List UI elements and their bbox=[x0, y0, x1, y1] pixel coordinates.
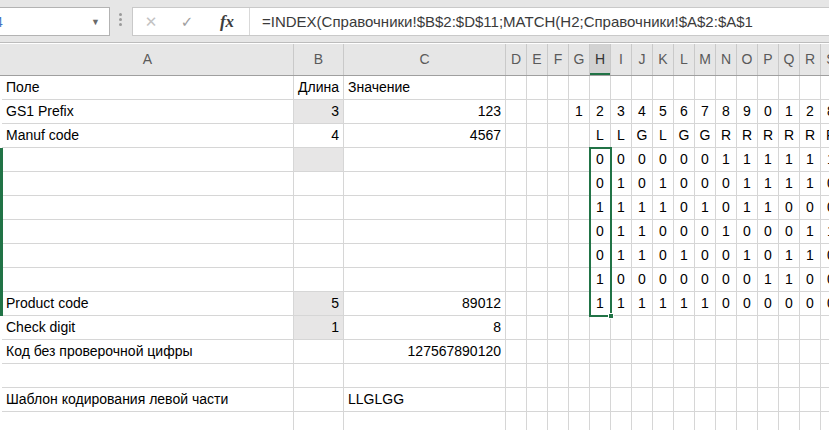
cell-G9[interactable] bbox=[569, 268, 590, 292]
cell-D15[interactable] bbox=[506, 412, 527, 430]
cell-E11[interactable] bbox=[527, 316, 548, 340]
cell-H14[interactable] bbox=[590, 388, 611, 412]
cell-B3[interactable]: 4 bbox=[294, 124, 344, 148]
cell-H13[interactable] bbox=[590, 364, 611, 388]
cell-B8[interactable] bbox=[294, 244, 344, 268]
cell-O5[interactable]: 1 bbox=[737, 172, 758, 196]
cell-I2[interactable]: 3 bbox=[611, 100, 632, 124]
cell-R14[interactable] bbox=[800, 388, 821, 412]
cell-H8[interactable]: 0 bbox=[590, 244, 611, 268]
cell-J13[interactable] bbox=[632, 364, 653, 388]
column-header-O[interactable]: O bbox=[737, 44, 758, 75]
cell-K6[interactable]: 1 bbox=[653, 196, 674, 220]
cell-M1[interactable] bbox=[695, 76, 716, 100]
cell-G5[interactable] bbox=[569, 172, 590, 196]
cell-F1[interactable] bbox=[548, 76, 569, 100]
cell-R3[interactable]: R bbox=[800, 124, 821, 148]
cell-S14[interactable] bbox=[821, 388, 829, 412]
cell-I7[interactable]: 1 bbox=[611, 220, 632, 244]
cell-N13[interactable] bbox=[716, 364, 737, 388]
cell-C2[interactable]: 123 bbox=[344, 100, 506, 124]
cell-J9[interactable]: 0 bbox=[632, 268, 653, 292]
cell-A4[interactable] bbox=[2, 148, 294, 172]
cell-O3[interactable]: R bbox=[737, 124, 758, 148]
cell-P8[interactable]: 0 bbox=[758, 244, 779, 268]
cell-M6[interactable]: 1 bbox=[695, 196, 716, 220]
cell-H11[interactable] bbox=[590, 316, 611, 340]
cell-S3[interactable]: R bbox=[821, 124, 829, 148]
cell-E1[interactable] bbox=[527, 76, 548, 100]
column-header-R[interactable]: R bbox=[800, 44, 821, 75]
cell-P12[interactable] bbox=[758, 340, 779, 364]
cell-M3[interactable]: G bbox=[695, 124, 716, 148]
cell-E4[interactable] bbox=[527, 148, 548, 172]
cell-C5[interactable] bbox=[344, 172, 506, 196]
cell-F15[interactable] bbox=[548, 412, 569, 430]
cell-N12[interactable] bbox=[716, 340, 737, 364]
cell-Q4[interactable]: 1 bbox=[779, 148, 800, 172]
cell-B9[interactable] bbox=[294, 268, 344, 292]
cell-M10[interactable]: 1 bbox=[695, 292, 716, 316]
cell-O4[interactable]: 1 bbox=[737, 148, 758, 172]
cell-B7[interactable] bbox=[294, 220, 344, 244]
cell-R5[interactable]: 1 bbox=[800, 172, 821, 196]
cell-P13[interactable] bbox=[758, 364, 779, 388]
cell-J14[interactable] bbox=[632, 388, 653, 412]
cell-O9[interactable]: 0 bbox=[737, 268, 758, 292]
column-header-H[interactable]: H bbox=[590, 44, 611, 75]
cell-G3[interactable] bbox=[569, 124, 590, 148]
cell-O13[interactable] bbox=[737, 364, 758, 388]
cell-J4[interactable]: 0 bbox=[632, 148, 653, 172]
cell-R9[interactable]: 0 bbox=[800, 268, 821, 292]
cell-F10[interactable] bbox=[548, 292, 569, 316]
cell-S11[interactable] bbox=[821, 316, 829, 340]
cell-S6[interactable]: 0 bbox=[821, 196, 829, 220]
cell-D3[interactable] bbox=[506, 124, 527, 148]
cell-C8[interactable] bbox=[344, 244, 506, 268]
cell-Q8[interactable]: 1 bbox=[779, 244, 800, 268]
cell-O6[interactable]: 1 bbox=[737, 196, 758, 220]
cell-D12[interactable] bbox=[506, 340, 527, 364]
cell-I14[interactable] bbox=[611, 388, 632, 412]
cell-I6[interactable]: 1 bbox=[611, 196, 632, 220]
cell-B12[interactable] bbox=[294, 340, 344, 364]
name-box-dropdown-icon[interactable]: ▼ bbox=[91, 17, 100, 27]
cell-L5[interactable]: 0 bbox=[674, 172, 695, 196]
cell-F13[interactable] bbox=[548, 364, 569, 388]
cell-P10[interactable]: 0 bbox=[758, 292, 779, 316]
cell-L3[interactable]: G bbox=[674, 124, 695, 148]
cell-R12[interactable] bbox=[800, 340, 821, 364]
cell-I15[interactable] bbox=[611, 412, 632, 430]
cell-R4[interactable]: 1 bbox=[800, 148, 821, 172]
cell-M9[interactable]: 0 bbox=[695, 268, 716, 292]
cell-Q15[interactable] bbox=[779, 412, 800, 430]
cell-Q3[interactable]: R bbox=[779, 124, 800, 148]
cell-O15[interactable] bbox=[737, 412, 758, 430]
cell-L10[interactable]: 1 bbox=[674, 292, 695, 316]
column-header-I[interactable]: I bbox=[611, 44, 632, 75]
cell-I3[interactable]: L bbox=[611, 124, 632, 148]
cell-A12[interactable]: Код без проверочной цифры bbox=[2, 340, 294, 364]
cell-A10[interactable]: Product code bbox=[2, 292, 294, 316]
cell-S8[interactable]: 0 bbox=[821, 244, 829, 268]
cell-Q5[interactable]: 1 bbox=[779, 172, 800, 196]
fill-handle[interactable] bbox=[608, 313, 614, 319]
cell-O10[interactable]: 0 bbox=[737, 292, 758, 316]
name-box[interactable]: 4 ▼ bbox=[0, 7, 110, 36]
column-header-K[interactable]: K bbox=[653, 44, 674, 75]
cell-J15[interactable] bbox=[632, 412, 653, 430]
cell-N15[interactable] bbox=[716, 412, 737, 430]
cell-A1[interactable]: Поле bbox=[2, 76, 294, 100]
cell-E2[interactable] bbox=[527, 100, 548, 124]
cell-S4[interactable]: 1 bbox=[821, 148, 829, 172]
cell-H9[interactable]: 1 bbox=[590, 268, 611, 292]
cell-E3[interactable] bbox=[527, 124, 548, 148]
cell-R7[interactable]: 1 bbox=[800, 220, 821, 244]
cell-L12[interactable] bbox=[674, 340, 695, 364]
cell-F11[interactable] bbox=[548, 316, 569, 340]
cell-H3[interactable]: L bbox=[590, 124, 611, 148]
cell-D6[interactable] bbox=[506, 196, 527, 220]
cell-I11[interactable] bbox=[611, 316, 632, 340]
cell-G11[interactable] bbox=[569, 316, 590, 340]
cell-S2[interactable]: 8 bbox=[821, 100, 829, 124]
